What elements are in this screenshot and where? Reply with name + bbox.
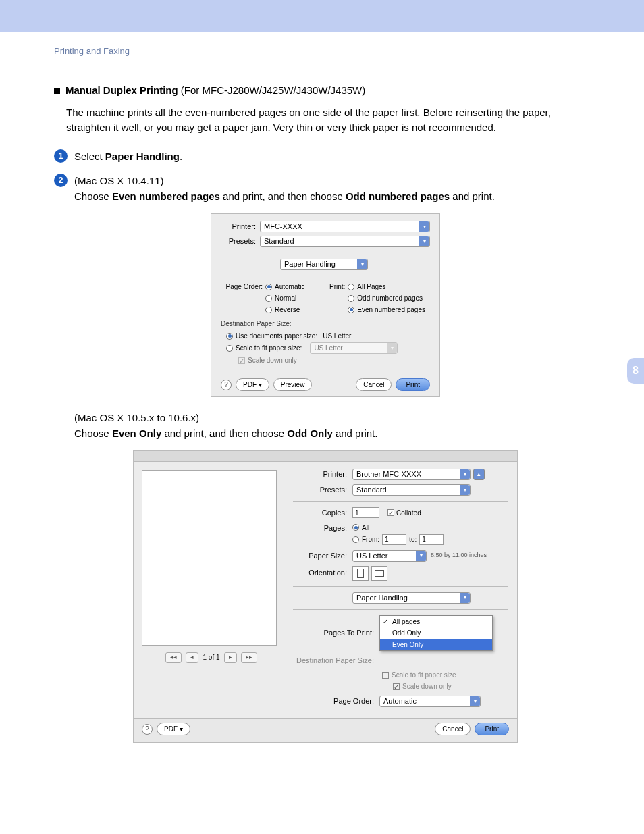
menu-even-only[interactable]: Even Only bbox=[380, 639, 492, 650]
printer-select[interactable]: Brother MFC-XXXX▾ bbox=[352, 469, 471, 480]
panel-value: Paper Handling bbox=[284, 259, 336, 270]
step-number-1: 1 bbox=[54, 149, 68, 163]
dest-paper-size-label: Destination Paper Size: bbox=[293, 655, 379, 667]
printer-value: MFC-XXXX bbox=[264, 221, 302, 232]
print-all-pages[interactable]: All Pages bbox=[348, 282, 425, 292]
pdf-button[interactable]: PDF ▾ bbox=[236, 378, 269, 391]
step1-bold: Paper Handling bbox=[105, 151, 180, 162]
print-button[interactable]: Print bbox=[396, 378, 430, 391]
value: US Letter bbox=[356, 550, 387, 562]
presets-label: Presets: bbox=[221, 236, 260, 247]
orientation-landscape[interactable] bbox=[371, 566, 387, 581]
breadcrumb: Printing and Faxing bbox=[54, 46, 597, 56]
page-order-select[interactable]: Automatic▾ bbox=[379, 696, 481, 707]
pages-from-input[interactable] bbox=[382, 534, 406, 545]
dropdown-arrow-icon: ▾ bbox=[460, 469, 470, 479]
printer-label: Printer: bbox=[221, 221, 260, 232]
nav-prev[interactable]: ◂ bbox=[186, 652, 198, 663]
pdf-button[interactable]: PDF ▾ bbox=[157, 723, 190, 735]
pages-all[interactable]: All bbox=[352, 523, 444, 533]
radio-icon bbox=[265, 284, 272, 290]
pages-label: Pages: bbox=[293, 523, 352, 534]
t: Odd Only bbox=[287, 427, 333, 439]
t: Choose bbox=[74, 190, 112, 202]
presets-label: Presets: bbox=[293, 484, 352, 496]
papersize-label: Paper Size: bbox=[293, 550, 352, 562]
label: All bbox=[362, 523, 369, 533]
print-even-pages[interactable]: Even numbered pages bbox=[348, 305, 425, 315]
step2-os1: (Mac OS X 10.4.11) bbox=[74, 174, 597, 189]
radio-icon bbox=[352, 524, 359, 531]
t: and print, and then choose bbox=[220, 190, 346, 202]
presets-select[interactable]: Standard▾ bbox=[260, 236, 430, 247]
value: Standard bbox=[356, 484, 387, 496]
dropdown-arrow-icon: ▾ bbox=[419, 221, 429, 232]
step-2: 2 (Mac OS X 10.4.11) Choose Even numbere… bbox=[54, 174, 597, 204]
step-number-2: 2 bbox=[54, 174, 68, 187]
step2-line2: Choose Even Only and print, and then cho… bbox=[74, 426, 597, 442]
dest-paper-size-label: Destination Paper Size: bbox=[221, 319, 430, 329]
label: Odd numbered pages bbox=[357, 293, 423, 303]
pages-to-input[interactable] bbox=[419, 534, 444, 545]
collapse-icon[interactable]: ▴ bbox=[473, 469, 485, 480]
divider bbox=[293, 501, 508, 502]
scale-to-fit[interactable]: Scale to fit paper size: US Letter▾ bbox=[226, 342, 430, 354]
nav-last[interactable]: ▸▸ bbox=[241, 652, 257, 663]
radio-icon bbox=[348, 295, 354, 302]
papersize-select[interactable]: US Letter▾ bbox=[352, 550, 427, 562]
page-order-automatic[interactable]: Automatic bbox=[265, 282, 304, 292]
page-order-normal[interactable]: Normal bbox=[265, 293, 304, 303]
print-button[interactable]: Print bbox=[475, 723, 509, 735]
help-icon[interactable]: ? bbox=[221, 380, 232, 390]
orientation-label: Orientation: bbox=[293, 567, 352, 579]
checkbox-icon bbox=[382, 672, 389, 679]
panel-select[interactable]: Paper Handling▾ bbox=[352, 592, 471, 604]
cancel-button[interactable]: Cancel bbox=[435, 723, 471, 735]
use-doc-size[interactable]: Use documents paper size: US Letter bbox=[226, 331, 430, 341]
help-icon[interactable]: ? bbox=[142, 724, 153, 735]
collated-checkbox[interactable]: Collated bbox=[387, 508, 421, 518]
preview-page bbox=[142, 470, 277, 646]
step-1: 1 Select Paper Handling. bbox=[54, 149, 597, 165]
presets-select[interactable]: Standard▾ bbox=[352, 484, 471, 496]
value: Paper Handling bbox=[356, 592, 408, 604]
step2-line1: Choose Even numbered pages and print, an… bbox=[74, 189, 597, 205]
preview-button[interactable]: Preview bbox=[273, 378, 313, 391]
menu-odd-only[interactable]: Odd Only bbox=[380, 627, 492, 639]
t: Choose bbox=[74, 427, 112, 439]
pages-to-print-menu[interactable]: All pages Odd Only Even Only bbox=[379, 615, 493, 651]
cancel-button[interactable]: Cancel bbox=[356, 378, 392, 391]
divider bbox=[221, 276, 430, 276]
portrait-icon bbox=[357, 569, 364, 578]
printer-select[interactable]: MFC-XXXX▾ bbox=[260, 221, 430, 232]
print-label: Print: bbox=[329, 282, 348, 316]
step-2-content: (Mac OS X 10.4.11) Choose Even numbered … bbox=[74, 174, 597, 204]
nav-page-indicator: 1 of 1 bbox=[203, 652, 219, 662]
t: Even numbered pages bbox=[112, 190, 220, 202]
print-odd-pages[interactable]: Odd numbered pages bbox=[348, 293, 425, 303]
divider bbox=[221, 371, 430, 371]
t: and print. bbox=[333, 427, 378, 439]
nav-first[interactable]: ◂◂ bbox=[165, 652, 182, 663]
page-order-reverse[interactable]: Reverse bbox=[265, 305, 304, 315]
heading-models: (For MFC-J280W/J425W/J430W/J435W) bbox=[178, 84, 366, 96]
panel-select[interactable]: Paper Handling▾ bbox=[280, 259, 368, 270]
top-bar bbox=[0, 0, 644, 32]
radio-icon bbox=[226, 345, 233, 352]
dropdown-arrow-icon: ▾ bbox=[460, 593, 470, 603]
divider bbox=[293, 609, 508, 610]
dropdown-arrow-icon: ▾ bbox=[460, 485, 470, 495]
label: Use documents paper size: bbox=[236, 331, 317, 341]
divider bbox=[221, 253, 430, 253]
presets-value: Standard bbox=[264, 236, 294, 247]
pages-to-print-label: Pages To Print: bbox=[293, 627, 379, 639]
label: Scale down only bbox=[402, 681, 452, 692]
menu-all-pages[interactable]: All pages bbox=[380, 616, 492, 627]
orientation-portrait[interactable] bbox=[352, 566, 369, 581]
copies-input[interactable] bbox=[352, 507, 379, 518]
titlebar bbox=[134, 451, 517, 462]
nav-next[interactable]: ▸ bbox=[224, 652, 237, 663]
dropdown-arrow-icon: ▾ bbox=[416, 551, 426, 561]
label: Collated bbox=[396, 508, 421, 518]
pages-from[interactable]: From: to: bbox=[352, 534, 444, 545]
